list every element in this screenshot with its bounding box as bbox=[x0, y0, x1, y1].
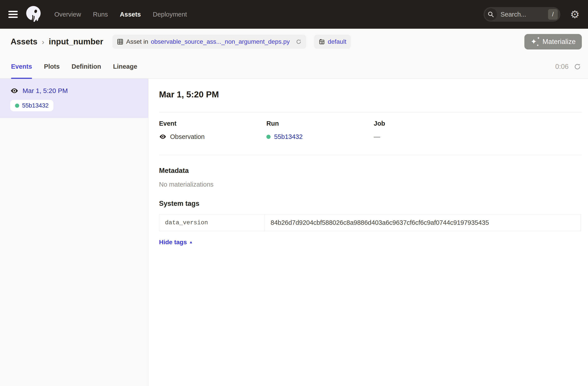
hamburger-menu-icon[interactable] bbox=[8, 11, 18, 18]
event-date-link[interactable]: Mar 1, 5:20 PM bbox=[22, 87, 68, 95]
column-header-job: Job bbox=[374, 120, 582, 127]
tab-plots[interactable]: Plots bbox=[44, 55, 60, 78]
primary-nav: Overview Runs Assets Deployment bbox=[54, 11, 187, 18]
nav-item-runs[interactable]: Runs bbox=[93, 11, 108, 18]
run-cell: 55b13432 bbox=[266, 133, 374, 141]
events-sidebar: Mar 1, 5:20 PM 55b13432 bbox=[0, 79, 148, 386]
column-header-run: Run bbox=[266, 120, 374, 127]
system-tags-heading: System tags bbox=[159, 200, 582, 208]
observation-eye-icon bbox=[159, 133, 167, 141]
observation-eye-icon bbox=[10, 87, 19, 95]
repository-pill[interactable]: default bbox=[314, 35, 351, 49]
gear-icon[interactable]: ⚙ bbox=[570, 9, 580, 20]
divider bbox=[159, 155, 582, 155]
search-shortcut-key: / bbox=[548, 9, 558, 20]
asset-grid-icon bbox=[117, 39, 124, 45]
asset-tabs: Events Plots Definition Lineage 0:06 bbox=[0, 55, 588, 79]
table-row: data_version 84b26d7d9204cbf588026c8a988… bbox=[159, 214, 581, 231]
run-status-dot bbox=[266, 135, 271, 139]
caret-up-icon: ▲ bbox=[189, 240, 193, 244]
event-type-cell: Observation bbox=[159, 133, 266, 141]
nav-item-overview[interactable]: Overview bbox=[54, 11, 81, 18]
system-tags-table: data_version 84b26d7d9204cbf588026c8a988… bbox=[159, 214, 581, 231]
asset-definition-pill: Asset in observable_source_ass..._non_ar… bbox=[112, 35, 306, 49]
nav-item-deployment[interactable]: Deployment bbox=[153, 11, 187, 18]
search-placeholder: Search... bbox=[501, 11, 548, 18]
asset-file-link[interactable]: observable_source_ass..._non_argument_de… bbox=[151, 38, 290, 45]
metadata-heading: Metadata bbox=[159, 167, 582, 175]
event-list-item[interactable]: Mar 1, 5:20 PM 55b13432 bbox=[0, 79, 148, 118]
hide-tags-link[interactable]: Hide tags ▲ bbox=[159, 239, 193, 246]
event-detail-title: Mar 1, 5:20 PM bbox=[159, 90, 582, 99]
column-header-event: Event bbox=[159, 120, 266, 127]
reload-definition-icon[interactable] bbox=[295, 39, 302, 45]
metadata-empty-text: No materializations bbox=[159, 181, 582, 188]
sparkle-icon: ✦ ✦ ✦ bbox=[531, 37, 539, 46]
breadcrumb-separator: › bbox=[42, 38, 44, 46]
breadcrumb-assets-link[interactable]: Assets bbox=[11, 37, 37, 46]
tab-events[interactable]: Events bbox=[11, 55, 32, 78]
search-icon bbox=[485, 8, 497, 20]
tab-definition[interactable]: Definition bbox=[72, 55, 101, 78]
tag-value-cell: 84b26d7d9204cbf588026c8a9886d403a6c9637c… bbox=[265, 214, 581, 231]
repo-icon bbox=[318, 39, 325, 45]
page-title: input_number bbox=[49, 37, 103, 46]
dagster-logo-icon[interactable] bbox=[24, 5, 43, 24]
nav-item-assets[interactable]: Assets bbox=[120, 11, 141, 18]
breadcrumb-row: Assets › input_number Asset in observabl… bbox=[0, 29, 588, 55]
materialize-label: Materialize bbox=[543, 38, 576, 46]
asset-in-label: Asset in bbox=[126, 38, 148, 45]
tag-key-cell: data_version bbox=[159, 214, 265, 231]
divider bbox=[159, 112, 582, 112]
run-id-badge[interactable]: 55b13432 bbox=[10, 100, 53, 111]
run-status-dot bbox=[15, 103, 19, 108]
run-id-link[interactable]: 55b13432 bbox=[274, 133, 303, 141]
refresh-icon[interactable] bbox=[573, 63, 581, 71]
refresh-countdown: 0:06 bbox=[555, 63, 568, 71]
tab-lineage[interactable]: Lineage bbox=[113, 55, 137, 78]
event-detail-pane: Mar 1, 5:20 PM Event Run Job Observation… bbox=[148, 79, 588, 386]
materialize-button[interactable]: ✦ ✦ ✦ Materialize bbox=[525, 34, 582, 49]
repo-default-link[interactable]: default bbox=[328, 38, 346, 45]
search-input[interactable]: Search... / bbox=[483, 7, 560, 22]
job-cell: — bbox=[374, 133, 582, 141]
top-navbar: Overview Runs Assets Deployment Search..… bbox=[0, 0, 588, 29]
